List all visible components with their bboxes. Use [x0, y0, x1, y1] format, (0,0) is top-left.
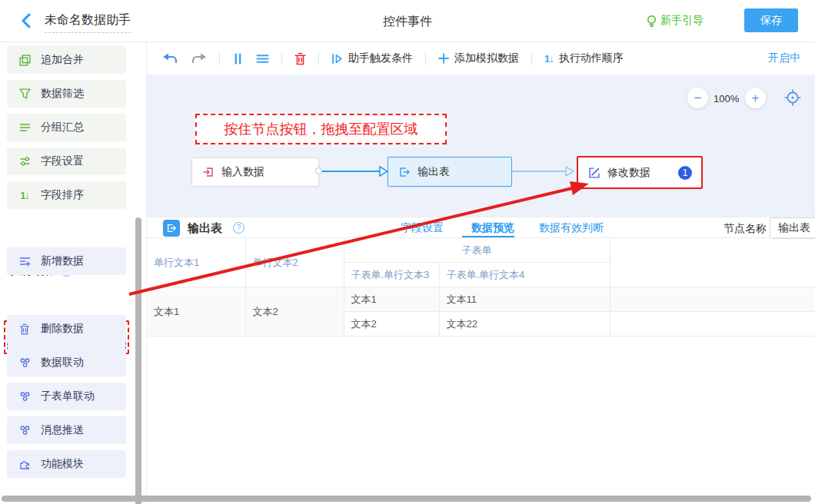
sidebar-item-label: 字段排序	[41, 188, 84, 202]
edge-arrowhead-icon	[565, 166, 574, 177]
sidebar-item-subform-linkage[interactable]: 子表单联动	[7, 383, 126, 410]
sidebar-item-message-push[interactable]: 消息推送	[7, 416, 126, 444]
table-cell: 文本22	[439, 312, 610, 337]
undo-button[interactable]	[162, 52, 178, 65]
column-header: 单行文本1	[147, 238, 245, 287]
redo-button[interactable]	[191, 52, 207, 65]
panel-title: 输出表	[188, 221, 222, 236]
align-horizontal-button[interactable]	[256, 54, 269, 64]
toolbar-divider	[281, 51, 282, 65]
sidebar-item-label: 数据筛选	[41, 87, 84, 101]
sidebar-item-append-merge[interactable]: 追加合并	[7, 46, 126, 74]
filter-icon	[18, 88, 31, 99]
add-mock-data-button[interactable]: 添加模拟数据	[438, 51, 519, 65]
beginner-guide-link[interactable]: 新手引导	[647, 14, 704, 28]
trigger-icon	[331, 54, 343, 64]
sidebar-item-label: 子表单联动	[41, 390, 95, 403]
table-cell: 文本1	[344, 287, 439, 312]
field-sort-icon: 1↓	[18, 190, 31, 201]
node-output-table[interactable]: 输出表	[388, 157, 512, 187]
node-output-port[interactable]	[315, 167, 322, 174]
empty-cell	[610, 312, 815, 337]
save-button[interactable]: 保存	[744, 8, 798, 32]
sidebar: 追加合并 数据筛选 分组汇总 字段设置 1↓ 字段排序 执行动作 ? 新增数据	[0, 42, 146, 504]
group-summary-icon	[18, 123, 31, 132]
node-input-data[interactable]: 输入数据	[191, 158, 319, 187]
output-table-icon	[398, 166, 411, 178]
sidebar-item-add-data[interactable]: 新增数据	[7, 247, 126, 275]
edge-input-to-output	[322, 171, 380, 172]
zoom-in-button[interactable]: +	[745, 88, 766, 108]
sort-order-icon: 1↓	[544, 53, 554, 65]
plus-icon	[438, 53, 449, 64]
toolbar-divider	[425, 51, 426, 65]
toolbar-divider	[318, 51, 319, 65]
sidebar-item-label: 数据联动	[41, 356, 84, 370]
sidebar-item-data-filter[interactable]: 数据筛选	[7, 80, 126, 108]
column-header: 子表单.单行文本3	[344, 263, 439, 287]
status-toggle[interactable]: 开启中	[768, 51, 800, 65]
data-linkage-icon	[18, 357, 31, 368]
reset-view-button[interactable]	[784, 89, 801, 106]
field-settings-icon	[18, 157, 31, 166]
zoom-level: 100%	[714, 93, 739, 104]
merge-icon	[18, 55, 31, 66]
empty-header-cell	[610, 238, 815, 287]
toolbar-divider	[219, 51, 220, 65]
function-module-icon	[18, 459, 31, 470]
column-group-header: 子表单	[344, 238, 610, 263]
sidebar-item-field-settings[interactable]: 字段设置	[7, 148, 126, 175]
edit-data-icon	[588, 167, 600, 179]
crosshair-icon	[784, 89, 801, 106]
toolbar-divider	[531, 51, 532, 65]
action-order-button[interactable]: 1↓ 执行动作顺序	[544, 51, 624, 65]
zoom-out-button[interactable]: −	[687, 88, 708, 108]
node-name-input[interactable]	[770, 217, 815, 239]
sidebar-item-label: 新增数据	[41, 254, 84, 268]
trigger-condition-label: 助手触发条件	[348, 51, 413, 65]
table-cell: 文本11	[439, 287, 610, 312]
tab-data-validity[interactable]: 数据有效判断	[539, 221, 604, 235]
trash-icon	[294, 52, 306, 65]
node-count-badge: 1	[678, 166, 692, 180]
action-order-label: 执行动作顺序	[559, 51, 624, 65]
sidebar-item-label: 分组汇总	[41, 121, 84, 134]
sidebar-item-data-linkage[interactable]: 数据联动	[7, 349, 126, 376]
horizontal-scrollbar[interactable]	[2, 496, 811, 502]
output-table-icon	[163, 220, 180, 237]
help-icon[interactable]: ?	[233, 222, 244, 234]
align-vertical-icon	[232, 53, 244, 65]
sidebar-item-function-module[interactable]: 功能模块	[7, 450, 126, 478]
sidebar-item-label: 消息推送	[41, 423, 84, 437]
panel-header: 输出表 ? 字段设置 数据预览 数据有效判断 节点名称：	[147, 217, 815, 238]
subform-linkage-icon	[18, 391, 31, 402]
sidebar-item-label: 功能模块	[41, 457, 84, 471]
sidebar-item-label: 追加合并	[41, 53, 84, 67]
undo-icon	[162, 52, 178, 65]
column-header: 子表单.单行文本4	[439, 263, 610, 287]
node-label: 输出表	[417, 165, 450, 179]
table-cell: 文本2	[245, 287, 344, 337]
table-cell: 文本1	[147, 287, 245, 337]
sidebar-item-delete-data[interactable]: 删除数据	[7, 315, 126, 343]
tab-data-preview[interactable]: 数据预览	[471, 221, 514, 235]
node-modify-data[interactable]: 修改数据 1	[577, 156, 703, 189]
drag-hint-tooltip: 按住节点按钮，拖拽至配置区域	[195, 114, 447, 144]
sidebar-item-field-sort[interactable]: 1↓ 字段排序	[7, 181, 126, 209]
canvas-toolbar: 助手触发条件 添加模拟数据 1↓ 执行动作顺序 开启中	[147, 42, 815, 75]
edge-output-to-modify	[512, 171, 566, 172]
add-mock-data-label: 添加模拟数据	[454, 51, 519, 65]
delete-node-button[interactable]	[294, 52, 306, 65]
sidebar-item-label: 删除数据	[41, 322, 84, 336]
sidebar-item-group-summary[interactable]: 分组汇总	[7, 114, 126, 141]
app-window: 未命名数据助手 控件事件 新手引导 保存 追加合并 数据筛选 分组汇总 字段设置…	[0, 0, 815, 504]
beginner-guide-label: 新手引导	[660, 14, 704, 28]
align-vertical-button[interactable]	[232, 53, 244, 65]
sidebar-item-label: 字段设置	[41, 154, 84, 168]
tab-field-settings[interactable]: 字段设置	[401, 221, 444, 235]
flow-canvas[interactable]: 按住节点按钮，拖拽至配置区域 输入数据 输出表 修改数据 1	[147, 75, 815, 217]
sidebar-scrollbar[interactable]	[135, 217, 141, 504]
trigger-condition-button[interactable]: 助手触发条件	[331, 51, 413, 65]
redo-icon	[191, 52, 207, 65]
input-data-icon	[202, 166, 215, 178]
